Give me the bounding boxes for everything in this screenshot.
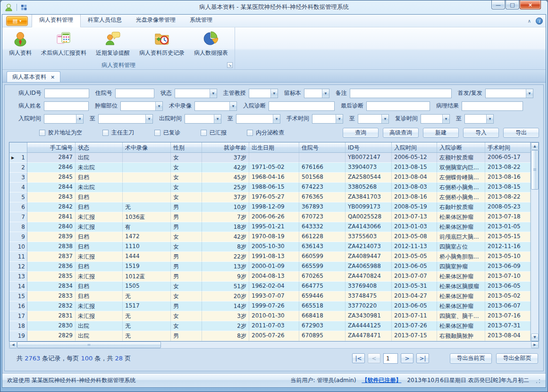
ribbon-tab[interactable]: 系统管理	[183, 14, 219, 27]
combo-arrow-icon[interactable]: ▼	[76, 115, 83, 123]
search-input[interactable]	[462, 101, 523, 111]
search-combo[interactable]: ▼	[120, 101, 163, 111]
combo-arrow-icon[interactable]: ▼	[270, 89, 278, 98]
table-row[interactable]: 102838归档1110女8岁2005-10-30636143ZA4214073…	[9, 242, 531, 252]
search-input[interactable]	[350, 89, 452, 98]
table-row[interactable]: 72841未汇报1036蓝男7岁2006-06-26670723QA002552…	[9, 212, 531, 222]
combo-arrow-icon[interactable]: ▼	[155, 102, 162, 110]
export-page-button[interactable]: 导出当前页	[450, 353, 492, 364]
filter-checkbox[interactable]: 已复诊	[154, 129, 180, 137]
search-combo[interactable]: ▼	[464, 114, 494, 124]
search-combo[interactable]: ▼	[421, 114, 450, 124]
grid-header-cell[interactable]: 手工编号	[27, 142, 76, 152]
search-combo[interactable]: ▼	[98, 114, 153, 124]
search-input[interactable]	[269, 101, 335, 111]
vertical-scrollbar[interactable]: ▲ ▼	[531, 142, 539, 341]
search-combo[interactable]: ▼	[44, 114, 84, 124]
minimize-button[interactable]: —	[491, 0, 505, 9]
filter-checkbox[interactable]: 已汇报	[201, 129, 227, 137]
table-row[interactable]: 192829出院无男8岁2005-07-26670895ZA4478471201…	[9, 331, 531, 341]
tab-close-icon[interactable]: ×	[51, 74, 55, 80]
ribbon-button[interactable]: 近期复诊提醒	[91, 29, 135, 61]
ribbon-button[interactable]: 病人资料历史记录	[135, 29, 189, 61]
document-tab[interactable]: 病人基本资料 ×	[7, 71, 60, 82]
ribbon-button[interactable]: 病人资料	[4, 29, 36, 61]
ribbon-button[interactable]: 病人数据报表	[189, 29, 233, 61]
pager-last-button[interactable]: >|	[416, 353, 429, 363]
grid-header-cell[interactable]: ID号	[346, 142, 392, 152]
table-row[interactable]: 122836归档1519男13岁2000-01-09665599ZA406598…	[9, 262, 531, 272]
action-button[interactable]: 查询	[343, 128, 379, 138]
grid-header-cell[interactable]: 出生日期	[249, 142, 299, 152]
horizontal-scrollbar[interactable]: ◀ ▶	[9, 342, 539, 349]
table-row[interactable]: 32845归档女45岁1968-04-16501568ZA25805442013…	[9, 173, 531, 183]
search-combo[interactable]: ▼	[236, 114, 280, 124]
search-combo[interactable]: ▼	[485, 89, 533, 98]
vertical-scrollbar-thumb[interactable]	[531, 150, 539, 190]
scrollbar-track[interactable]	[161, 342, 531, 348]
table-row[interactable]: 92839归档1472女42岁1970-08-19661228337556032…	[9, 232, 531, 242]
action-button[interactable]: 新建	[423, 128, 459, 138]
table-row[interactable]: 112837未汇报1444男22岁1991-08-13660599ZA40894…	[9, 252, 531, 262]
horizontal-scrollbar-thumb[interactable]	[17, 342, 161, 348]
combo-arrow-icon[interactable]: ▼	[210, 89, 217, 98]
search-combo[interactable]: ▼	[358, 114, 389, 124]
search-combo[interactable]: ▼	[304, 89, 329, 98]
combo-arrow-icon[interactable]: ▼	[486, 115, 493, 123]
ribbon-collapse-icon[interactable]: ∧	[528, 18, 531, 24]
action-button[interactable]: 导入	[463, 128, 499, 138]
search-combo[interactable]: ▼	[312, 114, 343, 124]
combo-arrow-icon[interactable]: ▼	[442, 115, 449, 123]
table-row[interactable]: ▶12847出院女37岁YB00721472006-05-12左额叶胶质瘤200…	[9, 153, 531, 163]
combo-arrow-icon[interactable]: ▼	[214, 115, 221, 123]
pager-next-button[interactable]: >	[401, 353, 413, 363]
grid-header-cell[interactable]: 术中录像	[123, 142, 171, 152]
ribbon-tab[interactable]: 科室人员信息	[81, 14, 129, 27]
filter-checkbox[interactable]: 主任主刀	[102, 129, 134, 137]
resize-grip-icon[interactable]	[535, 378, 541, 384]
combo-arrow-icon[interactable]: ▼	[229, 102, 236, 110]
grid-header-cell[interactable]: 住院号	[299, 142, 346, 152]
search-input[interactable]	[366, 101, 430, 111]
pager-first-button[interactable]: |<	[352, 353, 365, 363]
table-row[interactable]: 182830出院无女2岁2011-07-03672903ZA4444125201…	[9, 321, 531, 331]
scroll-up-icon[interactable]: ▲	[531, 142, 539, 150]
close-button[interactable]: ×	[520, 0, 541, 9]
pager-page-input[interactable]: 1	[383, 353, 398, 364]
ribbon-tab[interactable]: 病人资料管理	[32, 14, 81, 27]
scroll-down-icon[interactable]: ▼	[531, 334, 539, 341]
application-menu-button[interactable]: ▤ ▾	[6, 16, 28, 26]
layout-grid-icon[interactable]	[20, 4, 27, 11]
table-row[interactable]: 62842归档无男10岁1998-12-09367893YB0099173200…	[9, 202, 531, 212]
table-row[interactable]: 82840未汇报有男18岁1995-01-21643332ZA414306620…	[9, 222, 531, 232]
filter-checkbox[interactable]: 内分泌检查	[247, 129, 284, 137]
grid-header-cell[interactable]	[9, 142, 27, 152]
ribbon-button[interactable]: 术后病人汇报资料	[36, 29, 91, 61]
ribbon-tab[interactable]: 光盘录像带管理	[129, 14, 183, 27]
action-button[interactable]: 高级查询	[383, 128, 419, 138]
maximize-button[interactable]: □	[506, 0, 519, 9]
combo-arrow-icon[interactable]: ▼	[381, 115, 388, 123]
search-input[interactable]	[44, 89, 89, 98]
pager-prev-button[interactable]: <	[368, 353, 380, 363]
search-combo[interactable]: ▼	[249, 89, 278, 98]
grid-header-cell[interactable]: 状态	[76, 142, 123, 152]
grid-header-cell[interactable]: 就诊年龄	[202, 142, 249, 152]
table-row[interactable]: 132835未汇报1012蓝男9岁2004-08-13670265ZA44708…	[9, 272, 531, 282]
combo-arrow-icon[interactable]: ▼	[322, 89, 329, 98]
action-button[interactable]: 导出	[503, 128, 539, 138]
grid-header-cell[interactable]: 手术时间	[485, 142, 531, 152]
combo-arrow-icon[interactable]: ▼	[145, 115, 152, 123]
dialog-launcher-icon[interactable]: ↘	[227, 62, 233, 68]
scroll-right-icon[interactable]: ▶	[531, 342, 539, 348]
table-row[interactable]: 162832未汇报1517男14岁1999-07-266655183377022…	[9, 301, 531, 311]
filter-checkbox[interactable]: 胶片地址为空	[39, 129, 82, 137]
table-row[interactable]: 42844未出院女25岁1988-06-15674223338052682013…	[9, 183, 531, 192]
table-row[interactable]: 172831未汇报无女3岁2010-01-30668418ZA343098120…	[9, 311, 531, 321]
table-row[interactable]: 22846未出院女42岁1971-05-02676166339040732013…	[9, 163, 531, 173]
search-combo[interactable]: ▼	[175, 89, 217, 98]
table-row[interactable]: 142834归档1505女51岁1962-02-0466477533769408…	[9, 282, 531, 292]
search-combo[interactable]: ▼	[185, 114, 221, 124]
table-row[interactable]: 52843归档女37岁1976-05-27676365ZA38417032013…	[9, 192, 531, 202]
export-page-button[interactable]: 导出全部页	[496, 353, 538, 364]
